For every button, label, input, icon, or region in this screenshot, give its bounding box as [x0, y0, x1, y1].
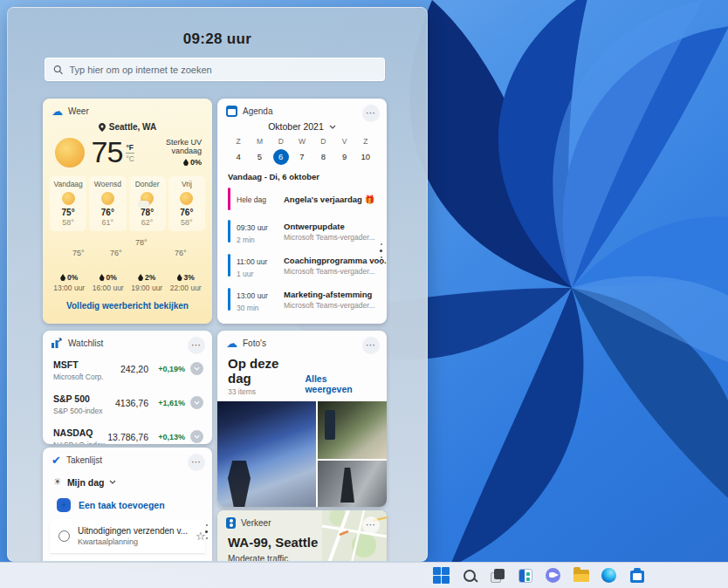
photos-count: 33 items	[228, 387, 305, 396]
agenda-header: Agenda	[217, 99, 387, 120]
calendar-day[interactable]: 10	[355, 149, 376, 165]
precip-now: 0%	[134, 158, 202, 167]
hourly-rain-row: 0% 13:00 uur 0% 16:00 uur 2% 19:00 uur 3…	[43, 273, 212, 292]
traffic-light-icon	[226, 517, 236, 529]
sun-icon	[55, 138, 85, 168]
event-row[interactable]: 13:00 uur30 min Marketing-afstemmingMicr…	[217, 282, 387, 316]
task-view-button[interactable]	[487, 565, 507, 585]
folder-icon	[573, 570, 589, 582]
more-options-button[interactable]: ⋯	[188, 337, 205, 354]
photos-widget[interactable]: ☁ Foto's ⋯ Op deze dag 33 items Alles we…	[217, 331, 387, 507]
full-forecast-link[interactable]: Volledig weerbericht bekijken	[43, 301, 212, 311]
stock-action-icon[interactable]	[190, 430, 203, 443]
more-options-button[interactable]: ⋯	[362, 516, 380, 534]
search-input[interactable]	[69, 65, 376, 75]
agenda-widget[interactable]: Agenda ⋯ Oktober 2021 Z M D W D V Z 4 5 …	[217, 99, 387, 324]
forecast-day[interactable]: Vandaag 75° 58°	[50, 176, 86, 231]
current-temp: 75	[92, 135, 123, 169]
store-button[interactable]	[627, 565, 647, 585]
scroll-indicator[interactable]	[380, 243, 382, 264]
todo-widget[interactable]: ✔ Takenlijst ⋯ ☀ Mijn dag + Een taak toe…	[43, 448, 212, 562]
photo-thumbnail[interactable]	[217, 401, 316, 507]
clock: 09:28 uur	[8, 31, 427, 48]
weather-cloud-icon: ☁	[52, 106, 63, 117]
web-search-bar[interactable]	[45, 58, 385, 81]
stock-action-icon[interactable]	[190, 396, 203, 409]
search-icon	[464, 570, 476, 582]
photos-header: ☁ Foto's	[217, 331, 387, 352]
stock-row[interactable]: MSFTMicrosoft Corp. 242,20 +0,19%	[43, 352, 212, 386]
photos-subheader: Op deze dag 33 items Alles weergeven	[217, 352, 387, 401]
traffic-title: Verkeer	[241, 518, 271, 528]
scroll-indicator[interactable]	[205, 524, 208, 539]
taskbar	[0, 562, 728, 588]
calendar-day[interactable]: 5	[249, 149, 270, 165]
widgets-panel: 09:28 uur ☁ Weer Seattle, WA 75 °F °C	[7, 7, 428, 562]
calendar-icon	[226, 106, 237, 117]
event-row[interactable]: Hele dag Angela's verjaardag 🎁	[217, 183, 387, 214]
calendar-day[interactable]: 4	[228, 149, 249, 165]
event-color-bar	[228, 288, 230, 311]
chat-button[interactable]	[543, 565, 563, 585]
watchlist-title: Watchlist	[68, 338, 103, 348]
todo-title: Takenlijst	[66, 455, 102, 465]
weather-widget[interactable]: ☁ Weer Seattle, WA 75 °F °C Sterke UV va…	[43, 99, 212, 324]
photo-thumbnail[interactable]	[318, 461, 387, 507]
task-checkbox[interactable]	[58, 530, 70, 542]
event-row[interactable]: 09:30 uur2 min OntwerpupdateMicrosoft Te…	[217, 214, 387, 248]
start-button[interactable]	[431, 565, 451, 585]
event-row[interactable]: 11:00 uur1 uur Coachingprogramma voo...M…	[217, 248, 387, 282]
star-icon[interactable]: ☆	[196, 530, 206, 543]
widgets-icon	[519, 569, 532, 583]
sun-icon	[62, 192, 75, 205]
weather-header: ☁ Weer	[43, 99, 212, 120]
photo-grid	[217, 401, 387, 507]
calendar-day[interactable]: 7	[292, 149, 312, 165]
see-all-link[interactable]: Alles weergeven	[305, 373, 376, 396]
more-options-button[interactable]: ⋯	[188, 454, 205, 471]
forecast-day[interactable]: Woensd 76° 61°	[89, 176, 126, 231]
teams-chat-icon	[546, 568, 560, 583]
sun-icon	[180, 192, 193, 205]
add-task-button[interactable]: + Een taak toevoegen	[43, 489, 212, 519]
calendar-day[interactable]: 9	[333, 149, 354, 165]
calendar-day-selected[interactable]: 6	[273, 149, 289, 165]
unit-fahrenheit[interactable]: °F	[126, 143, 134, 154]
weather-current: 75 °F °C Sterke UV vandaag 0%	[43, 132, 212, 169]
forecast-day[interactable]: Donder 78° 62°	[129, 176, 166, 231]
widgets-button[interactable]	[515, 565, 535, 585]
list-selector[interactable]: ☀ Mijn dag	[43, 469, 212, 489]
forecast-day[interactable]: Vrij 76° 58°	[168, 176, 205, 231]
more-options-button[interactable]: ⋯	[362, 105, 380, 122]
edge-button[interactable]	[599, 565, 619, 585]
traffic-widget[interactable]: Verkeer ⋯ WA-99, Seattle Moderate traffi…	[217, 510, 387, 562]
watchlist-widget[interactable]: Watchlist ⋯ MSFTMicrosoft Corp. 242,20 +…	[43, 331, 212, 444]
photo-thumbnail[interactable]	[318, 401, 387, 459]
weather-condition: Sterke UV vandaag	[134, 138, 202, 155]
calendar-grid: Z M D W D V Z 4 5 6 7 8 9 10	[217, 132, 387, 165]
month-selector[interactable]: Oktober 2021	[217, 121, 387, 132]
more-options-button[interactable]: ⋯	[362, 337, 380, 354]
unit-celsius[interactable]: °C	[126, 154, 134, 163]
event-color-bar	[228, 188, 230, 210]
chevron-down-icon	[329, 125, 336, 129]
microsoft-store-icon	[630, 571, 644, 583]
task-item-partial[interactable]	[50, 556, 205, 562]
todo-header: ✔ Takenlijst	[43, 448, 212, 469]
task-item[interactable]: Uitnodigingen verzenden v...Kwartaalplan…	[50, 519, 205, 553]
traffic-header: Verkeer	[217, 510, 387, 532]
taskbar-search-button[interactable]	[459, 565, 479, 585]
task-view-icon	[491, 569, 505, 583]
droplet-icon	[60, 274, 65, 281]
stock-row[interactable]: NASDAQNASDAQ-index 13.786,76 +0,13%	[43, 420, 212, 444]
hourly-temp-curve: 75° 76° 78° 76°	[43, 231, 212, 273]
calendar-day[interactable]: 8	[312, 149, 333, 165]
file-explorer-button[interactable]	[571, 565, 591, 585]
event-color-bar	[228, 254, 230, 277]
unit-toggle[interactable]: °F °C	[126, 143, 134, 163]
stock-row[interactable]: S&P 500S&P 500-index 4136,76 +1,61%	[43, 386, 212, 420]
photos-title: Foto's	[243, 338, 266, 348]
droplet-icon	[138, 274, 143, 281]
location-pin-icon	[99, 123, 106, 132]
stock-action-icon[interactable]	[190, 362, 203, 375]
